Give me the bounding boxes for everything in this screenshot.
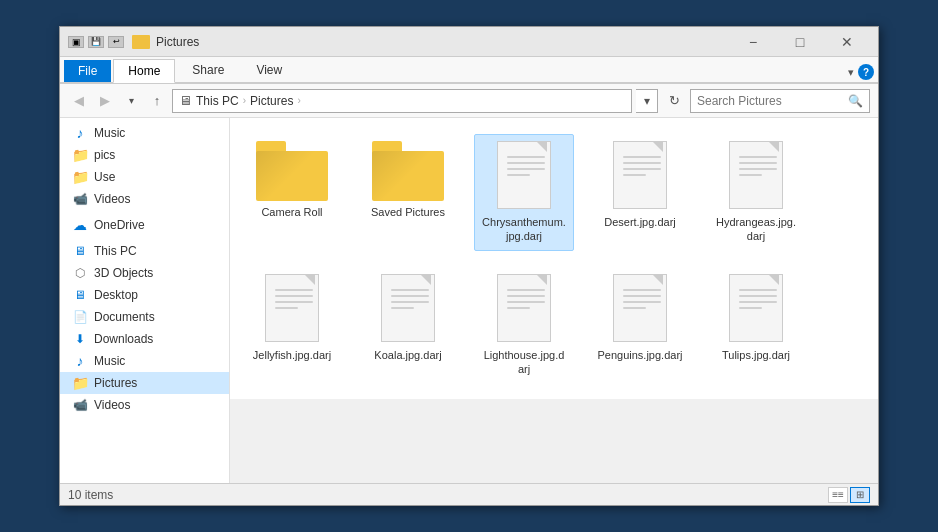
file-item-penguins[interactable]: Penguins.jpg.darj xyxy=(590,267,690,384)
doc-icon-jellyfish xyxy=(262,274,322,344)
doc-icon-koala xyxy=(378,274,438,344)
sidebar-item-pics[interactable]: 📁 pics xyxy=(60,144,229,166)
sidebar-label-videos2: Videos xyxy=(94,398,130,412)
ribbon-tabs: File Home Share View ▾ ? xyxy=(60,57,878,83)
tab-file[interactable]: File xyxy=(64,60,111,82)
explorer-window: ▣ 💾 ↩ Pictures − □ ✕ File Home Share Vie… xyxy=(59,26,879,506)
title-folder-icon xyxy=(132,35,150,49)
address-dropdown[interactable]: ▾ xyxy=(636,89,658,113)
file-name-penguins: Penguins.jpg.darj xyxy=(597,348,682,362)
file-item-chrysanthemum[interactable]: Chrysanthemum.jpg.darj xyxy=(474,134,574,251)
window-controls: − □ ✕ xyxy=(730,31,870,53)
sidebar-label-use: Use xyxy=(94,170,115,184)
sidebar-label-documents: Documents xyxy=(94,310,155,324)
downloads-icon: ⬇ xyxy=(72,331,88,347)
title-bar-icons: ▣ 💾 ↩ xyxy=(68,36,124,48)
sidebar-item-videos2[interactable]: 📹 Videos xyxy=(60,394,229,416)
close-button[interactable]: ✕ xyxy=(824,31,870,53)
file-name-camera-roll: Camera Roll xyxy=(261,205,322,219)
file-item-hydrangeas[interactable]: Hydrangeas.jpg.darj xyxy=(706,134,806,251)
file-item-saved-pictures[interactable]: Saved Pictures xyxy=(358,134,458,251)
sidebar-item-use[interactable]: 📁 Use xyxy=(60,166,229,188)
sidebar-label-music2: Music xyxy=(94,354,125,368)
file-item-jellyfish[interactable]: Jellyfish.jpg.darj xyxy=(242,267,342,384)
file-item-koala[interactable]: Koala.jpg.darj xyxy=(358,267,458,384)
maximize-button[interactable]: □ xyxy=(777,31,823,53)
sidebar-item-3dobjects[interactable]: ⬡ 3D Objects xyxy=(60,262,229,284)
onedrive-icon: ☁ xyxy=(72,217,88,233)
tab-share[interactable]: Share xyxy=(177,58,239,82)
file-area-wrapper: Camera Roll Saved Pictures xyxy=(230,118,878,483)
tab-view[interactable]: View xyxy=(241,58,297,82)
doc-icon-hydrangeas xyxy=(726,141,786,211)
view-buttons: ≡≡ ⊞ xyxy=(828,487,870,503)
file-name-jellyfish: Jellyfish.jpg.darj xyxy=(253,348,331,362)
file-name-hydrangeas: Hydrangeas.jpg.darj xyxy=(716,215,796,244)
folder-icon-use: 📁 xyxy=(72,169,88,185)
file-item-lighthouse[interactable]: Lighthouse.jpg.darj xyxy=(474,267,574,384)
path-sep-2: › xyxy=(297,95,300,106)
desktop-icon: 🖥 xyxy=(72,287,88,303)
file-name-koala: Koala.jpg.darj xyxy=(374,348,441,362)
doc-icon-lighthouse xyxy=(494,274,554,344)
window-title: Pictures xyxy=(156,35,730,49)
address-bar: ◀ ▶ ▾ ↑ 🖥 This PC › Pictures › ▾ ↻ 🔍 xyxy=(60,84,878,118)
search-input[interactable] xyxy=(697,94,848,108)
file-item-tulips[interactable]: Tulips.jpg.darj xyxy=(706,267,806,384)
ribbon: File Home Share View ▾ ? xyxy=(60,57,878,84)
title-bar: ▣ 💾 ↩ Pictures − □ ✕ xyxy=(60,27,878,57)
file-item-camera-roll[interactable]: Camera Roll xyxy=(242,134,342,251)
sidebar-item-music[interactable]: ♪ Music xyxy=(60,122,229,144)
title-qat-save[interactable]: 💾 xyxy=(88,36,104,48)
file-name-desert: Desert.jpg.darj xyxy=(604,215,676,229)
list-view-button[interactable]: ≡≡ xyxy=(828,487,848,503)
sidebar-item-onedrive[interactable]: ☁ OneDrive xyxy=(60,214,229,236)
search-icon[interactable]: 🔍 xyxy=(848,94,863,108)
file-name-lighthouse: Lighthouse.jpg.darj xyxy=(484,348,565,377)
sidebar-item-downloads[interactable]: ⬇ Downloads xyxy=(60,328,229,350)
main-content: ♪ Music 📁 pics 📁 Use 📹 Videos ☁ OneDrive xyxy=(60,118,878,483)
doc-icon-chrysanthemum xyxy=(494,141,554,211)
title-qat-undo[interactable]: ↩ xyxy=(108,36,124,48)
music-icon: ♪ xyxy=(72,125,88,141)
sidebar: ♪ Music 📁 pics 📁 Use 📹 Videos ☁ OneDrive xyxy=(60,118,230,483)
item-count: 10 items xyxy=(68,488,113,502)
sidebar-label-music: Music xyxy=(94,126,125,140)
path-pictures[interactable]: Pictures xyxy=(250,94,293,108)
sidebar-label-onedrive: OneDrive xyxy=(94,218,145,232)
forward-button[interactable]: ▶ xyxy=(94,90,116,112)
video-icon-1: 📹 xyxy=(72,191,88,207)
path-icon: 🖥 xyxy=(179,93,192,108)
up-button[interactable]: ↑ xyxy=(146,90,168,112)
file-name-saved-pictures: Saved Pictures xyxy=(371,205,445,219)
doc-icon-penguins xyxy=(610,274,670,344)
sidebar-item-thispc[interactable]: 🖥 This PC xyxy=(60,240,229,262)
sidebar-label-pics: pics xyxy=(94,148,115,162)
music-icon-2: ♪ xyxy=(72,353,88,369)
sidebar-item-documents[interactable]: 📄 Documents xyxy=(60,306,229,328)
sidebar-label-videos-1: Videos xyxy=(94,192,130,206)
ribbon-collapse-icon[interactable]: ▾ xyxy=(848,66,854,79)
tab-home[interactable]: Home xyxy=(113,59,175,83)
path-sep-1: › xyxy=(243,95,246,106)
file-area: Camera Roll Saved Pictures xyxy=(230,118,878,399)
sidebar-item-music2[interactable]: ♪ Music xyxy=(60,350,229,372)
minimize-button[interactable]: − xyxy=(730,31,776,53)
help-icon[interactable]: ? xyxy=(858,64,874,80)
file-name-chrysanthemum: Chrysanthemum.jpg.darj xyxy=(482,215,566,244)
refresh-button[interactable]: ↻ xyxy=(662,89,686,113)
sidebar-item-pictures[interactable]: 📁 Pictures xyxy=(60,372,229,394)
address-path[interactable]: 🖥 This PC › Pictures › xyxy=(172,89,632,113)
search-box[interactable]: 🔍 xyxy=(690,89,870,113)
sidebar-item-desktop[interactable]: 🖥 Desktop xyxy=(60,284,229,306)
back-button[interactable]: ◀ xyxy=(68,90,90,112)
recent-locations-button[interactable]: ▾ xyxy=(120,90,142,112)
sidebar-item-videos[interactable]: 📹 Videos xyxy=(60,188,229,210)
file-item-desert[interactable]: Desert.jpg.darj xyxy=(590,134,690,251)
3dobjects-icon: ⬡ xyxy=(72,265,88,281)
path-thispc[interactable]: This PC xyxy=(196,94,239,108)
video-icon-2: 📹 xyxy=(72,397,88,413)
grid-view-button[interactable]: ⊞ xyxy=(850,487,870,503)
file-name-tulips: Tulips.jpg.darj xyxy=(722,348,790,362)
pictures-folder-icon: 📁 xyxy=(72,375,88,391)
